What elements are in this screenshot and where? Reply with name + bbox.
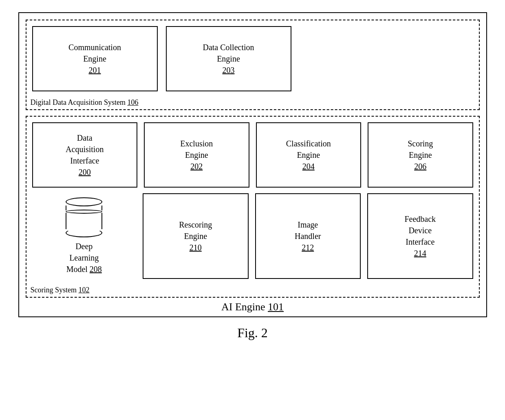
ddas-box: CommunicationEngine201 Data CollectionEn…: [26, 20, 480, 110]
scoring-engine-num: 206: [414, 162, 426, 171]
rescoring-engine-label: RescoringEngine210: [179, 219, 212, 253]
communication-engine-num: 201: [88, 66, 101, 75]
cylinder-icon: [66, 197, 102, 237]
ddas-inner: CommunicationEngine201 Data CollectionEn…: [32, 26, 473, 104]
image-handler-box: ImageHandler212: [255, 193, 361, 279]
classification-engine-label: ClassificationEngine204: [286, 138, 331, 172]
ai-engine-container: CommunicationEngine201 Data CollectionEn…: [18, 12, 487, 317]
image-handler-num: 212: [302, 243, 314, 252]
rescoring-engine-box: RescoringEngine210: [143, 193, 249, 279]
ddas-spacer: [300, 26, 473, 91]
exclusion-engine-box: ExclusionEngine202: [144, 122, 249, 188]
classification-engine-num: 204: [302, 162, 315, 171]
feedback-device-label: FeedbackDeviceInterface214: [404, 213, 436, 259]
ddas-label: Digital Data Acquisition System 106: [31, 98, 139, 107]
exclusion-engine-num: 202: [190, 162, 203, 171]
scoring-system-box: DataAcquisitionInterface200 ExclusionEng…: [26, 116, 480, 298]
data-collection-engine-label: Data CollectionEngine203: [203, 42, 254, 76]
communication-engine-label: CommunicationEngine201: [68, 42, 121, 76]
ai-engine-label: AI Engine 101: [221, 301, 284, 313]
communication-engine-box: CommunicationEngine201: [32, 26, 158, 91]
exclusion-engine-label: ExclusionEngine202: [180, 138, 213, 172]
dlm-container: DeepLearningModel 208: [32, 193, 137, 279]
rescoring-engine-num: 210: [190, 243, 202, 252]
scoring-engine-label: ScoringEngine206: [408, 138, 433, 172]
scoring-system-label: Scoring System 102: [31, 286, 90, 294]
image-handler-label: ImageHandler212: [295, 219, 321, 253]
figure-label: Fig. 2: [237, 325, 268, 340]
cyl-body: [66, 213, 102, 229]
feedback-device-box: FeedbackDeviceInterface214: [367, 193, 473, 279]
scoring-row-1: DataAcquisitionInterface200 ExclusionEng…: [32, 122, 473, 188]
feedback-device-num: 214: [414, 249, 426, 258]
scoring-row-2: DeepLearningModel 208 RescoringEngine210…: [32, 193, 473, 279]
scoring-inner: DataAcquisitionInterface200 ExclusionEng…: [32, 122, 473, 291]
cyl-bottom-ellipse: [66, 228, 102, 237]
dlm-label: DeepLearningModel 208: [66, 241, 102, 275]
dai-label: DataAcquisitionInterface200: [66, 132, 104, 178]
dlm-num: 208: [90, 265, 102, 274]
dai-num: 200: [79, 168, 91, 177]
cyl-top-ellipse: [66, 197, 102, 206]
scoring-engine-box: ScoringEngine206: [368, 122, 473, 188]
data-collection-engine-box: Data CollectionEngine203: [166, 26, 291, 91]
classification-engine-box: ClassificationEngine204: [256, 122, 362, 188]
dai-box: DataAcquisitionInterface200: [32, 122, 138, 188]
data-collection-engine-num: 203: [222, 66, 234, 75]
